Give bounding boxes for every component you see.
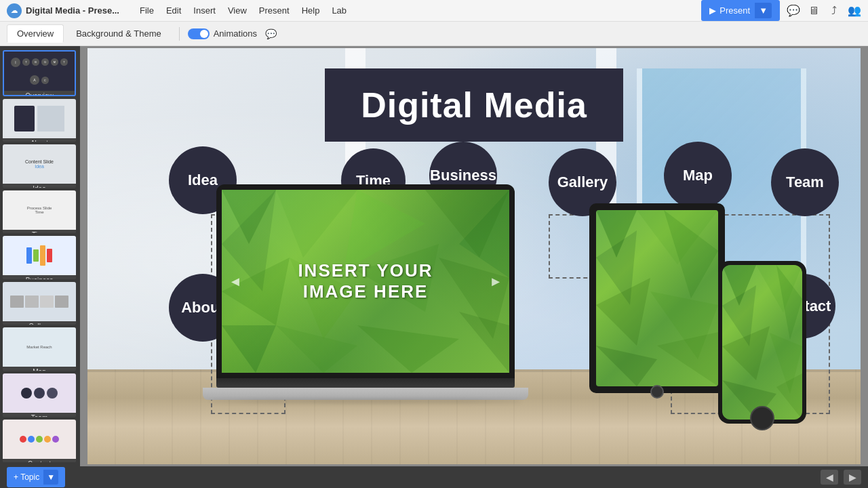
slide-thumb-label: About	[3, 138, 76, 142]
slide-thumb-image: Process SlideTime	[3, 190, 76, 230]
chat-icon[interactable]: 💬	[787, 4, 800, 18]
add-topic-dropdown-arrow[interactable]: ▼	[43, 470, 58, 485]
menu-help[interactable]: Help	[302, 5, 320, 16]
present-dropdown-arrow[interactable]: ▼	[755, 3, 772, 18]
tab-background-theme[interactable]: Background & Theme	[66, 25, 171, 42]
phone-outer	[718, 261, 806, 424]
slide-thumb-image: Market Reach	[3, 327, 76, 367]
tablet-device	[589, 203, 725, 393]
slide-thumb-overview[interactable]: I T B G M T A C Overview	[3, 50, 76, 96]
slide-thumb-label: Idea	[3, 184, 76, 188]
present-button[interactable]: ▶ Present ▼	[701, 0, 780, 21]
svg-marker-20	[596, 346, 657, 386]
tab-overview[interactable]: Overview	[7, 24, 64, 43]
bottom-bar: + Topic ▼ ◀ ▶	[0, 466, 868, 488]
slide-thumb-label: Contact	[3, 459, 76, 463]
app-title: Digital Media - Prese...	[26, 5, 119, 16]
slide-canvas: Digital Media Idea Time Business	[87, 48, 861, 464]
animations-switch[interactable]	[188, 28, 210, 39]
slide-thumb-label: Team	[3, 413, 76, 417]
topbar: ☁ Digital Media - Prese... File Edit Ins…	[0, 0, 868, 22]
canvas-area: Digital Media Idea Time Business	[80, 46, 868, 466]
present-label: Present	[719, 5, 750, 16]
menu-edit[interactable]: Edit	[166, 5, 181, 16]
circle-map[interactable]: Map	[664, 142, 732, 209]
slide-thumb-label: Gallery	[3, 321, 76, 325]
slide-thumb-team[interactable]: 7 Team	[3, 373, 76, 417]
svg-marker-21	[657, 332, 718, 386]
users-icon[interactable]: 👥	[848, 4, 861, 18]
logo-icon: ☁	[7, 3, 22, 18]
tablet-home-button[interactable]	[650, 385, 664, 399]
tablet-outer	[589, 203, 725, 393]
menu-present[interactable]: Present	[259, 5, 290, 16]
nav-forward-button[interactable]: ▶	[844, 470, 861, 485]
toolbar-chat-icon[interactable]: 💬	[265, 28, 277, 39]
slide-thumb-business[interactable]: 4 Business	[3, 236, 76, 279]
laptop-hinge	[216, 378, 515, 388]
menu-insert[interactable]: Insert	[193, 5, 216, 16]
slide-thumb-label: Time	[3, 230, 76, 234]
menu-file[interactable]: File	[140, 5, 154, 16]
tablet-screen[interactable]	[596, 210, 718, 386]
toolbar-divider	[179, 27, 180, 41]
slide-thumb-about[interactable]: 1 About	[3, 99, 76, 142]
menu-lab[interactable]: Lab	[332, 5, 347, 16]
svg-marker-29	[776, 373, 802, 420]
arrow-left-icon: ◄	[229, 274, 242, 289]
add-topic-button[interactable]: + Topic ▼	[7, 467, 65, 487]
slide-title: Digital Media	[352, 85, 596, 125]
slide-thumb-image: I T B G M T A C	[4, 52, 75, 91]
phone-device	[718, 261, 806, 424]
slide-thumb-map[interactable]: 6 Market Reach Map	[3, 327, 76, 371]
phone-screen[interactable]	[722, 265, 802, 420]
menu-bar: File Edit Insert View Present Help Lab	[140, 5, 347, 16]
nav-back-button[interactable]: ◀	[821, 470, 838, 485]
add-topic-label: + Topic	[14, 472, 39, 482]
share-icon[interactable]: ⤴	[827, 4, 841, 18]
main-area: I T B G M T A C Overview 1	[0, 46, 868, 466]
slide-thumb-gallery[interactable]: 5 Gallery	[3, 282, 76, 325]
menu-view[interactable]: View	[228, 5, 247, 16]
phone-screen-bg	[722, 265, 802, 420]
toolbar: Overview Background & Theme Animations 💬	[0, 22, 868, 46]
phone-home-button[interactable]	[750, 406, 774, 430]
slide-thumb-label: Business	[3, 275, 76, 279]
bottom-nav: ◀ ▶	[821, 470, 861, 485]
slide-thumb-image	[3, 99, 76, 138]
slide-thumb-idea[interactable]: 2 Content SlideIdea Idea	[3, 144, 76, 188]
laptop-screen-outer: ◄ INSERT YOUR IMAGE HERE ►	[216, 184, 515, 378]
slide-thumb-image	[3, 420, 76, 459]
monitor-icon[interactable]: 🖥	[807, 4, 821, 18]
circle-team[interactable]: Team	[771, 148, 839, 216]
slide-thumb-label: Overview	[4, 91, 75, 96]
slide-thumb-label: Map	[3, 367, 76, 371]
sidebar: I T B G M T A C Overview 1	[0, 46, 80, 466]
slide-thumb-contact[interactable]: 8 Contact	[3, 420, 76, 463]
slide-thumb-image	[3, 373, 76, 413]
slide-thumb-image	[3, 236, 76, 275]
slide-title-box: Digital Media	[325, 68, 623, 142]
tablet-screen-bg	[596, 210, 718, 386]
insert-placeholder-text[interactable]: INSERT YOUR IMAGE HERE	[298, 260, 433, 302]
laptop-screen[interactable]: ◄ INSERT YOUR IMAGE HERE ►	[222, 190, 509, 373]
animations-toggle[interactable]: Animations	[188, 28, 257, 39]
slide-thumb-image	[3, 282, 76, 321]
slide-thumb-image: Content SlideIdea	[3, 144, 76, 184]
laptop-base	[203, 388, 528, 400]
topbar-right: ▶ Present ▼ 💬 🖥 ⤴ 👥	[701, 0, 861, 21]
arrow-right-icon: ►	[489, 274, 502, 289]
slide-thumb-time[interactable]: 3 Process SlideTime Time	[3, 190, 76, 234]
laptop-device: ◄ INSERT YOUR IMAGE HERE ►	[216, 184, 528, 400]
app-logo: ☁ Digital Media - Prese...	[7, 3, 119, 18]
